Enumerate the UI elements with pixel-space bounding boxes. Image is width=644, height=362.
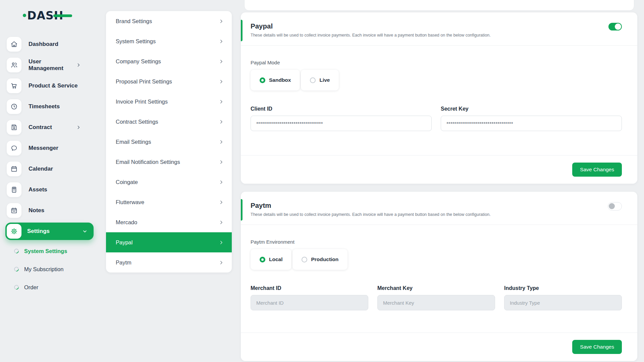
sidebar-item-dashboard[interactable]: Dashboard — [7, 37, 91, 52]
sidebar-item-contract[interactable]: Contract — [7, 120, 91, 135]
menu-item-contract-settings[interactable]: Contract Settings — [106, 112, 232, 132]
chevron-right-icon — [219, 220, 224, 225]
subnav-item-system-settings[interactable]: System Settings — [14, 244, 67, 258]
calendar-icon — [7, 162, 21, 176]
sidebar-item-assets[interactable]: Assets — [7, 182, 91, 197]
paypal-mode-label: Paypal Mode — [251, 60, 622, 65]
subnav-item-my-subscription[interactable]: My Subscription — [14, 262, 67, 277]
bullet-icon — [13, 266, 20, 273]
toggle-knob — [609, 203, 615, 209]
gear-icon — [7, 224, 21, 239]
menu-item-brand-settings[interactable]: Brand Settings — [106, 11, 232, 31]
paytm-card: Paytm These details will be used to coll… — [241, 192, 637, 361]
menu-item-company-settings[interactable]: Company Settings — [106, 51, 232, 71]
calculator-icon — [7, 182, 21, 197]
industry-type-input — [504, 295, 622, 310]
sidebar-item-timesheets[interactable]: Timesheets — [7, 99, 91, 114]
chevron-down-icon — [82, 229, 88, 234]
menu-item-flutterwave[interactable]: Flutterwave — [106, 192, 232, 212]
menu-item-paytm[interactable]: Paytm — [106, 252, 232, 273]
chevron-right-icon — [219, 139, 224, 144]
paytm-card-footer: Save Changes — [241, 333, 637, 361]
sidebar-item-messenger[interactable]: Messenger — [7, 141, 91, 156]
chevron-right-icon — [219, 200, 224, 205]
industry-type-group: Industry Type — [504, 285, 622, 310]
merchant-id-label: Merchant ID — [251, 285, 368, 291]
logo-dot-icon — [23, 14, 26, 17]
notes-icon — [7, 203, 21, 218]
merchant-key-group: Merchant Key — [377, 285, 495, 310]
paytm-save-button[interactable]: Save Changes — [572, 340, 622, 354]
menu-item-system-settings[interactable]: System Settings — [106, 31, 232, 51]
merchant-id-group: Merchant ID — [251, 285, 368, 310]
menu-item-coingate[interactable]: Coingate — [106, 172, 232, 192]
paytm-card-body: Paytm Environment Local Production Merch… — [241, 225, 637, 310]
secret-key-group: Secret Key — [441, 106, 622, 131]
paytm-toggle[interactable] — [608, 202, 622, 210]
menu-item-email-notification-settings[interactable]: Email Notification Settings — [106, 152, 232, 172]
paytm-title: Paytm — [251, 201, 622, 209]
logo-dash-icon — [53, 14, 72, 17]
secret-key-input[interactable] — [441, 116, 622, 131]
chevron-right-icon — [219, 19, 224, 24]
paypal-card-footer: Save Changes — [241, 155, 637, 184]
sidebar-nav: Dashboard User Management Product & Serv… — [7, 37, 91, 239]
bullet-icon — [13, 248, 20, 254]
radio-live[interactable]: Live — [301, 70, 339, 90]
floppy-icon — [7, 120, 21, 135]
menu-item-invoice-print-settings[interactable]: Invoice Print Settings — [106, 92, 232, 112]
paypal-fields: Client ID Secret Key — [251, 106, 622, 131]
paypal-save-button[interactable]: Save Changes — [572, 163, 622, 177]
paypal-card: Paypal These details will be used to col… — [241, 12, 637, 184]
paypal-card-body: Paypal Mode Sandbox Live Client ID — [241, 46, 637, 131]
settings-subnav: System Settings My Subscription Order — [14, 244, 67, 295]
sidebar-item-user-management[interactable]: User Management — [7, 58, 91, 72]
paytm-fields: Merchant ID Merchant Key Industry Type — [251, 285, 622, 310]
main-content: Paypal These details will be used to col… — [241, 0, 637, 362]
chevron-right-icon — [219, 160, 224, 165]
secret-key-label: Secret Key — [441, 106, 622, 112]
menu-item-email-settings[interactable]: Email Settings — [106, 132, 232, 152]
radio-unselected-icon — [302, 257, 307, 262]
radio-selected-icon — [260, 257, 265, 262]
sidebar-item-calendar[interactable]: Calendar — [7, 162, 91, 176]
client-id-group: Client ID — [251, 106, 432, 131]
menu-item-mercado[interactable]: Mercado — [106, 212, 232, 232]
paypal-description: These details will be used to collect in… — [251, 33, 622, 38]
paytm-description: These details will be used to collect in… — [251, 212, 622, 217]
merchant-key-label: Merchant Key — [377, 285, 495, 291]
paytm-environment-options: Local Production — [251, 249, 622, 270]
chevron-right-icon — [76, 63, 81, 67]
chat-icon — [7, 141, 21, 156]
sidebar-item-notes[interactable]: Notes — [7, 203, 91, 218]
chevron-right-icon — [219, 99, 224, 104]
accent-bar — [241, 20, 243, 41]
accent-bar — [241, 199, 243, 221]
home-icon — [7, 37, 21, 52]
subnav-item-order[interactable]: Order — [14, 280, 67, 295]
radio-local[interactable]: Local — [251, 249, 291, 270]
radio-production[interactable]: Production — [292, 249, 347, 270]
paypal-title: Paypal — [251, 22, 622, 30]
merchant-id-input — [251, 295, 368, 310]
menu-item-proposal-print-settings[interactable]: Proposal Print Settings — [106, 71, 232, 92]
sidebar-item-settings[interactable]: Settings — [5, 223, 94, 240]
menu-item-paypal[interactable]: Paypal — [106, 232, 232, 252]
client-id-input[interactable] — [251, 116, 432, 131]
chevron-right-icon — [219, 79, 224, 84]
sidebar-item-product-service[interactable]: Product & Service — [7, 78, 91, 93]
chevron-right-icon — [219, 39, 224, 44]
industry-type-label: Industry Type — [504, 285, 622, 291]
radio-selected-icon — [260, 77, 265, 83]
app-screen: DASH Dashboard User Management — [0, 0, 644, 362]
client-id-label: Client ID — [251, 106, 432, 112]
chevron-right-icon — [219, 180, 224, 185]
paypal-mode-options: Sandbox Live — [251, 70, 622, 90]
users-icon — [7, 58, 21, 72]
paypal-toggle[interactable] — [608, 23, 622, 31]
chevron-right-icon — [219, 59, 224, 64]
chevron-right-icon — [219, 240, 224, 245]
radio-sandbox[interactable]: Sandbox — [251, 70, 300, 90]
cart-icon — [7, 78, 21, 93]
app-logo: DASH — [23, 9, 72, 22]
